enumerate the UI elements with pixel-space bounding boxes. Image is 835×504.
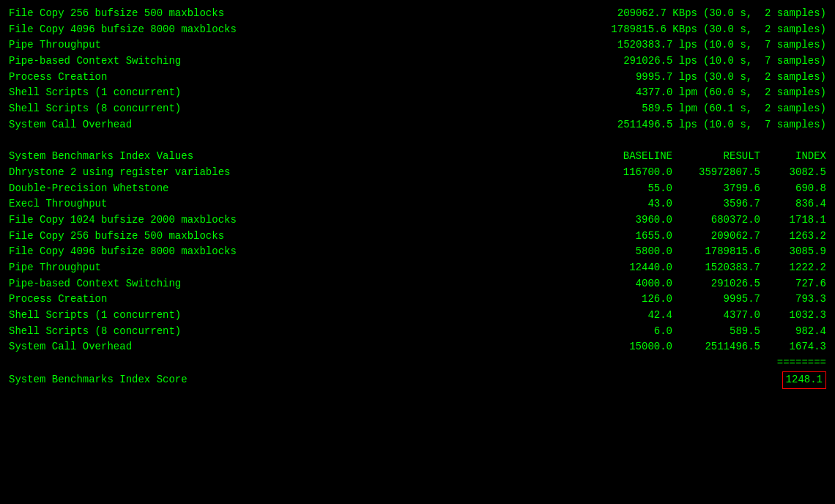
measurement-row: File Copy 256 bufsize 500 maxblocks20906…: [9, 6, 826, 22]
index-row-result: 9995.7: [672, 292, 760, 308]
measurement-label: Pipe Throughput: [9, 37, 101, 53]
index-row-baseline: 116700.0: [584, 165, 672, 181]
index-header-label: System Benchmarks Index Values: [9, 149, 193, 165]
index-row: Shell Scripts (1 concurrent)42.44377.010…: [9, 308, 826, 324]
score-line: System Benchmarks Index Score 1248.1: [9, 371, 826, 389]
index-row: Pipe Throughput12440.01520383.71222.2: [9, 260, 826, 276]
index-row-label: Execl Throughput: [9, 196, 107, 212]
equals-sign: ========: [777, 357, 826, 368]
index-row-index: 727.6: [760, 276, 826, 292]
index-row-baseline: 12440.0: [584, 260, 672, 276]
index-row-baseline: 6.0: [584, 324, 672, 340]
col-index-header: INDEX: [760, 149, 826, 165]
index-row-label: Dhrystone 2 using register variables: [9, 165, 230, 181]
index-row-result: 291026.5: [672, 276, 760, 292]
index-row-result: 3799.6: [672, 181, 760, 197]
index-row-index: 1222.2: [760, 260, 826, 276]
measurement-row: Process Creation9995.7 lps(30.0 s, 2 sam…: [9, 70, 826, 86]
index-row-result: 589.5: [672, 324, 760, 340]
measurement-value: 4377.0 lpm: [565, 85, 697, 101]
measurement-label: File Copy 256 bufsize 500 maxblocks: [9, 6, 224, 22]
index-row-index: 1718.1: [760, 212, 826, 229]
index-row-baseline: 3960.0: [584, 212, 672, 229]
index-row-label: System Call Overhead: [9, 339, 132, 355]
measurement-value: 1789815.6 KBps: [565, 22, 697, 38]
index-row: Process Creation126.09995.7793.3: [9, 292, 826, 308]
index-row-index: 3082.5: [760, 165, 826, 181]
score-label: System Benchmarks Index Score: [9, 372, 188, 388]
measurement-detail: (10.0 s, 7 samples): [703, 37, 826, 53]
measurement-row: Pipe-based Context Switching291026.5 lps…: [9, 53, 826, 70]
measurement-detail: (60.1 s, 2 samples): [703, 101, 826, 117]
measurement-label: File Copy 4096 bufsize 8000 maxblocks: [9, 22, 237, 38]
measurement-value: 291026.5 lps: [565, 53, 697, 70]
index-row-index: 1032.3: [760, 308, 826, 324]
index-row-baseline: 4000.0: [584, 276, 672, 292]
index-row-label: Shell Scripts (1 concurrent): [9, 308, 181, 324]
index-row: System Call Overhead15000.02511496.51674…: [9, 339, 826, 355]
measurement-value: 2511496.5 lps: [565, 117, 697, 133]
measurement-detail: (10.0 s, 7 samples): [703, 53, 826, 70]
measurement-row: System Call Overhead2511496.5 lps(10.0 s…: [9, 117, 826, 133]
index-row-result: 35972807.5: [672, 165, 760, 181]
index-row-result: 4377.0: [672, 308, 760, 324]
index-row-label: File Copy 4096 bufsize 8000 maxblocks: [9, 244, 237, 260]
index-row: Shell Scripts (8 concurrent)6.0589.5982.…: [9, 324, 826, 340]
index-row-label: File Copy 1024 bufsize 2000 maxblocks: [9, 212, 237, 229]
measurement-label: Process Creation: [9, 70, 107, 86]
measurement-label: System Call Overhead: [9, 117, 132, 133]
index-row: Double-Precision Whetstone55.03799.6690.…: [9, 181, 826, 197]
index-row-index: 690.8: [760, 181, 826, 197]
measurement-label: Shell Scripts (8 concurrent): [9, 101, 181, 117]
measurement-value: 209062.7 KBps: [565, 6, 697, 22]
measurement-value: 589.5 lpm: [565, 101, 697, 117]
index-row-label: Shell Scripts (8 concurrent): [9, 324, 181, 340]
index-row: File Copy 256 bufsize 500 maxblocks1655.…: [9, 229, 826, 245]
index-row-baseline: 15000.0: [584, 339, 672, 355]
index-row-baseline: 55.0: [584, 181, 672, 197]
index-row: Dhrystone 2 using register variables1167…: [9, 165, 826, 181]
measurement-value: 9995.7 lps: [565, 70, 697, 86]
measurement-row: Shell Scripts (8 concurrent)589.5 lpm(60…: [9, 101, 826, 117]
measurement-label: Pipe-based Context Switching: [9, 53, 181, 70]
measurement-label: Shell Scripts (1 concurrent): [9, 85, 181, 101]
measurement-row: File Copy 4096 bufsize 8000 maxblocks178…: [9, 22, 826, 38]
index-row-index: 793.3: [760, 292, 826, 308]
measurement-detail: (30.0 s, 2 samples): [703, 22, 826, 38]
measurement-row: Pipe Throughput1520383.7 lps(10.0 s, 7 s…: [9, 37, 826, 53]
index-row-result: 209062.7: [672, 229, 760, 245]
col-baseline-header: BASELINE: [584, 149, 672, 165]
equals-line: ========: [9, 355, 826, 371]
index-row-baseline: 42.4: [584, 308, 672, 324]
score-value: 1248.1: [782, 371, 826, 389]
measurement-value: 1520383.7 lps: [565, 37, 697, 53]
index-row-label: File Copy 256 bufsize 500 maxblocks: [9, 229, 224, 245]
index-row-result: 1520383.7: [672, 260, 760, 276]
measurement-detail: (10.0 s, 7 samples): [703, 117, 826, 133]
index-row-index: 1263.2: [760, 229, 826, 245]
index-row: Pipe-based Context Switching4000.0291026…: [9, 276, 826, 292]
index-row-baseline: 1655.0: [584, 229, 672, 245]
index-row-baseline: 5800.0: [584, 244, 672, 260]
index-row-baseline: 43.0: [584, 196, 672, 212]
index-row-label: Process Creation: [9, 292, 107, 308]
index-row-index: 836.4: [760, 196, 826, 212]
measurement-detail: (30.0 s, 2 samples): [703, 70, 826, 86]
index-row-result: 3596.7: [672, 196, 760, 212]
terminal-output: File Copy 256 bufsize 500 maxblocks20906…: [9, 6, 826, 389]
index-row-label: Pipe-based Context Switching: [9, 276, 181, 292]
index-header: System Benchmarks Index Values BASELINE …: [9, 149, 826, 165]
index-row-result: 1789815.6: [672, 244, 760, 260]
index-row-index: 3085.9: [760, 244, 826, 260]
measurement-detail: (60.0 s, 2 samples): [703, 85, 826, 101]
index-row-baseline: 126.0: [584, 292, 672, 308]
measurement-row: Shell Scripts (1 concurrent)4377.0 lpm(6…: [9, 85, 826, 101]
col-result-header: RESULT: [672, 149, 760, 165]
index-row-label: Pipe Throughput: [9, 260, 101, 276]
index-row: File Copy 4096 bufsize 8000 maxblocks580…: [9, 244, 826, 260]
index-row-result: 2511496.5: [672, 339, 760, 355]
index-row-index: 1674.3: [760, 339, 826, 355]
measurement-detail: (30.0 s, 2 samples): [703, 6, 826, 22]
index-row: Execl Throughput43.03596.7836.4: [9, 196, 826, 212]
index-row: File Copy 1024 bufsize 2000 maxblocks396…: [9, 212, 826, 229]
